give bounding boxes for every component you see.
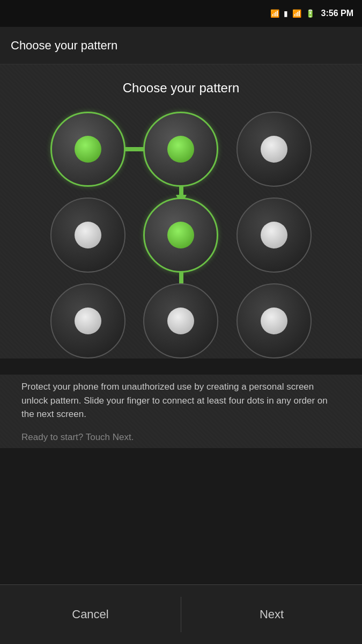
dot-inner-7 [167, 308, 194, 334]
dot-inner-1 [167, 136, 194, 163]
dot-inner-3 [75, 222, 101, 248]
pattern-dot-5[interactable] [237, 197, 312, 273]
pattern-grid[interactable] [47, 112, 315, 358]
pattern-dot-2[interactable] [237, 112, 312, 187]
main-content: Choose your pattern [0, 64, 362, 358]
pattern-dot-1[interactable] [143, 112, 218, 187]
dot-inner-8 [261, 308, 287, 334]
dot-inner-6 [75, 308, 101, 334]
pattern-dot-7[interactable] [143, 283, 218, 358]
next-button[interactable]: Next [181, 585, 362, 644]
dot-inner-2 [261, 136, 287, 163]
signal-icon: 📶 [292, 9, 301, 18]
battery-icon: 🔋 [306, 9, 315, 18]
wifi-icon: 📶 [270, 9, 279, 18]
pattern-dot-4[interactable] [143, 197, 218, 273]
bottom-bar: Cancel Next [0, 584, 362, 644]
next-label: Next [260, 608, 284, 621]
pattern-dot-8[interactable] [237, 283, 312, 358]
dot-inner-0 [75, 136, 101, 163]
description-area: Protect your phone from unauthorized use… [0, 375, 362, 448]
pattern-dot-0[interactable] [50, 112, 125, 187]
cast-icon: ▮ [284, 9, 288, 18]
pattern-dot-3[interactable] [50, 197, 125, 273]
description-text: Protect your phone from unauthorized use… [21, 380, 341, 421]
dot-inner-4 [167, 222, 194, 248]
status-bar: 📶 ▮ 📶 🔋 3:56 PM [0, 0, 362, 27]
cancel-label: Cancel [72, 608, 108, 621]
ready-text: Ready to start? Touch Next. [21, 432, 341, 443]
page-title: Choose your pattern [11, 39, 117, 53]
dot-inner-5 [261, 222, 287, 248]
status-time: 3:56 PM [321, 9, 353, 18]
cancel-button[interactable]: Cancel [0, 585, 181, 644]
screen-heading: Choose your pattern [21, 80, 341, 96]
title-bar: Choose your pattern [0, 27, 362, 64]
pattern-dot-6[interactable] [50, 283, 125, 358]
pattern-wrapper [47, 112, 315, 358]
